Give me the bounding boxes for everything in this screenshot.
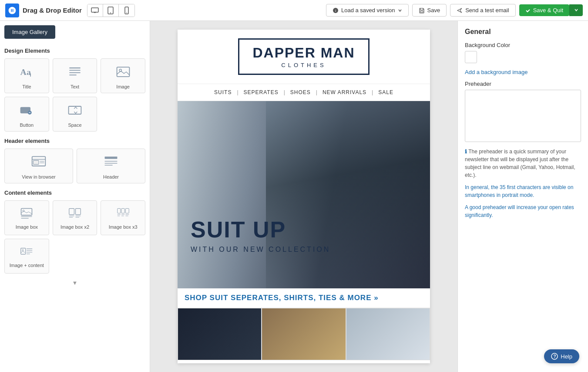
- svg-rect-7: [420, 11, 423, 13]
- element-button[interactable]: Button: [4, 97, 49, 132]
- header-elements-grid: View in browser Header: [4, 149, 145, 183]
- svg-point-49: [22, 250, 24, 251]
- svg-point-4: [110, 12, 111, 13]
- button-icon: [19, 102, 34, 120]
- hero-subtitle: WITH OUR NEW COLLECTION: [191, 246, 330, 254]
- nav-sale: SALE: [373, 89, 399, 95]
- header-elements-title: Header elements: [4, 138, 145, 144]
- image-box-label: Image box: [16, 224, 38, 230]
- hero-image: SUIT UP WITH OUR NEW COLLECTION: [178, 101, 430, 288]
- product-cell-3: [346, 308, 430, 360]
- svg-rect-33: [69, 209, 74, 215]
- app-title: Drag & Drop Editor: [23, 7, 82, 14]
- view-browser-icon: [31, 154, 47, 172]
- svg-rect-40: [121, 209, 124, 213]
- hero-text: SUIT UP WITH OUR NEW COLLECTION: [191, 217, 330, 254]
- image-content-icon: [20, 246, 33, 260]
- panel-title: General: [465, 28, 581, 36]
- canvas-area[interactable]: DAPPER MAN CLOTHES SUITS | SEPERATES | S…: [150, 21, 457, 372]
- save-quit-group: Save & Quit: [519, 4, 583, 16]
- content-elements-grid: Image box Image box x2: [4, 200, 145, 274]
- image-box-x2-icon: [69, 208, 81, 222]
- svg-rect-25: [105, 156, 118, 159]
- send-test-button[interactable]: Send a test email: [450, 4, 515, 17]
- text-icon: [67, 64, 83, 81]
- load-version-button[interactable]: Load a saved version: [326, 4, 409, 17]
- preheader-info-3: A good preheader will increase your open…: [465, 203, 581, 219]
- image-box-icon: [20, 208, 33, 222]
- button-label: Button: [20, 122, 34, 128]
- email-logo-title: DAPPER MAN: [252, 45, 355, 61]
- topbar-right: Load a saved version Save Send a test em…: [326, 4, 583, 17]
- element-text[interactable]: Text: [53, 58, 97, 93]
- image-box-x3-icon: [117, 208, 129, 222]
- tablet-button[interactable]: [103, 4, 119, 17]
- element-header[interactable]: Header: [77, 149, 145, 183]
- nav-seperates: SEPERATES: [239, 89, 284, 95]
- email-canvas: DAPPER MAN CLOTHES SUITS | SEPERATES | S…: [178, 30, 430, 363]
- logo-icon: [5, 3, 19, 17]
- email-header: DAPPER MAN CLOTHES: [178, 30, 430, 84]
- title-icon: Aa: [19, 64, 34, 81]
- preheader-label: Preheader: [465, 81, 581, 87]
- element-space[interactable]: Space: [53, 97, 97, 132]
- element-image-content[interactable]: Image + content: [4, 239, 49, 274]
- svg-rect-34: [76, 209, 81, 215]
- element-title[interactable]: Aa Title: [4, 58, 49, 93]
- topbar: Drag & Drop Editor Load a saved version …: [0, 0, 588, 21]
- preheader-info-1: ℹ The preheader is a quick summary of yo…: [465, 148, 581, 179]
- svg-text:Aa: Aa: [20, 67, 31, 77]
- space-icon: [67, 102, 83, 120]
- svg-rect-39: [117, 209, 120, 213]
- image-content-label: Image + content: [10, 263, 44, 268]
- hero-title-line1: SUIT UP: [191, 217, 330, 242]
- svg-point-6: [126, 12, 127, 13]
- device-buttons: [87, 4, 135, 17]
- element-view-in-browser[interactable]: View in browser: [4, 149, 73, 183]
- header-label: Header: [103, 174, 119, 179]
- header-icon: [103, 154, 119, 172]
- preheader-textarea[interactable]: [465, 90, 581, 142]
- space-label: Space: [68, 122, 81, 128]
- email-logo: DAPPER MAN CLOTHES: [238, 38, 369, 75]
- title-label: Title: [22, 84, 31, 89]
- mobile-button[interactable]: [119, 4, 134, 17]
- svg-rect-41: [125, 209, 129, 213]
- info-icon: ℹ: [465, 149, 467, 155]
- image-box-x2-label: Image box x2: [60, 224, 89, 230]
- image-gallery-button[interactable]: Image Gallery: [4, 25, 55, 39]
- svg-rect-22: [33, 160, 39, 164]
- nav-new-arrivals: NEW ARRIVALS: [317, 89, 372, 95]
- image-label: Image: [116, 84, 130, 89]
- element-image-box[interactable]: Image box: [4, 200, 49, 235]
- shop-link[interactable]: SHOP SUIT SEPERATES, SHIRTS, TIES & MORE…: [178, 288, 430, 308]
- right-panel: General Background Color Add a backgroun…: [457, 21, 588, 372]
- element-image[interactable]: Image: [101, 58, 145, 93]
- image-box-x3-label: Image box x3: [109, 224, 138, 230]
- scroll-indicator: ▼: [4, 280, 145, 286]
- help-button[interactable]: ? Help: [544, 349, 579, 363]
- svg-text:?: ?: [554, 354, 556, 359]
- product-row: [178, 308, 430, 360]
- save-button[interactable]: Save: [412, 4, 447, 17]
- desktop-button[interactable]: [87, 4, 103, 17]
- nav-suits: SUITS: [209, 89, 237, 95]
- element-image-box-x2[interactable]: Image box x2: [53, 200, 97, 235]
- svg-rect-0: [91, 8, 98, 12]
- sidebar: Image Gallery Design Elements Aa Title: [0, 21, 150, 372]
- content-elements-title: Content elements: [4, 189, 145, 196]
- nav-shoes: SHOES: [285, 89, 316, 95]
- design-elements-title: Design Elements: [4, 47, 145, 54]
- element-image-box-x3[interactable]: Image box x3: [101, 200, 145, 235]
- view-browser-label: View in browser: [22, 174, 55, 179]
- color-swatch[interactable]: [465, 51, 477, 63]
- preheader-info-2: In general, the 35 first characters are …: [465, 183, 581, 199]
- email-logo-subtitle: CLOTHES: [252, 62, 355, 68]
- svg-rect-14: [117, 67, 129, 77]
- add-bg-image-link[interactable]: Add a background image: [465, 69, 581, 75]
- main-area: Image Gallery Design Elements Aa Title: [0, 21, 588, 372]
- product-cell-2: [262, 308, 346, 360]
- text-label: Text: [71, 84, 79, 89]
- save-quit-dropdown[interactable]: [569, 4, 583, 16]
- save-quit-button[interactable]: Save & Quit: [519, 4, 569, 16]
